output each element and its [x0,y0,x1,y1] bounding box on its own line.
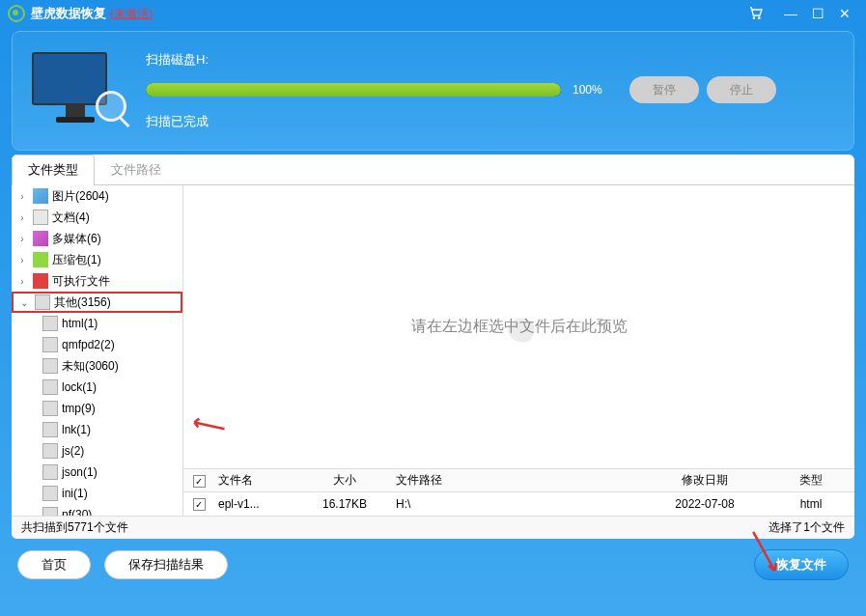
maximize-button[interactable]: ☐ [808,6,827,21]
recover-button[interactable]: 恢复文件 [754,549,849,580]
cell-date: 2022-07-08 [642,497,768,511]
media-icon [33,231,48,246]
file-icon [42,401,58,416]
tree-sub-json[interactable]: json(1) [12,462,182,483]
file-icon [42,486,58,501]
file-icon [42,358,58,374]
expand-icon[interactable]: › [15,191,29,202]
tree-item-images[interactable]: › 图片(2604) [12,185,182,207]
file-icon [42,443,58,459]
gecko-watermark-icon [490,298,548,356]
file-icon [42,507,58,516]
cart-icon[interactable] [746,6,766,21]
minimize-button[interactable]: — [781,6,800,21]
file-icon [42,379,58,395]
tab-file-type[interactable]: 文件类型 [12,154,95,185]
archive-icon [33,252,48,267]
tree-panel[interactable]: › 图片(2604) › 文档(4) › 多媒体(6) › 压缩包(1) › [12,185,183,516]
table-row[interactable]: ✓ epl-v1... 16.17KB H:\ 2022-07-08 html [183,492,854,516]
svg-point-0 [753,17,754,18]
other-icon [35,294,50,310]
home-button[interactable]: 首页 [17,550,91,579]
cell-name: epl-v1... [214,497,301,511]
row-checkbox[interactable]: ✓ [193,498,206,511]
col-header-name[interactable]: 文件名 [214,472,301,489]
tree-sub-qmfpd2[interactable]: qmfpd2(2) [12,334,182,355]
close-button[interactable]: ✕ [835,6,854,21]
expand-icon[interactable]: › [15,255,29,266]
expand-icon[interactable]: › [15,212,29,223]
cell-size: 16.17KB [301,497,388,511]
preview-area: 请在左边框选中文件后在此预览 [183,185,854,468]
tree-item-other[interactable]: ⌄ 其他(3156) [12,292,182,313]
selected-count: 选择了1个文件 [768,519,845,536]
select-all-checkbox[interactable]: ✓ [193,475,206,488]
tree-item-media[interactable]: › 多媒体(6) [12,228,182,249]
document-icon [33,210,48,225]
app-title: 壁虎数据恢复 [31,5,106,22]
status-bar: 共扫描到5771个文件 选择了1个文件 [12,516,854,539]
scan-target-label: 扫描磁盘H: [146,51,834,69]
tab-file-path[interactable]: 文件路径 [95,154,178,184]
cell-path: H:\ [388,497,642,511]
stop-button[interactable]: 停止 [707,76,776,103]
save-result-button[interactable]: 保存扫描结果 [104,550,228,579]
col-header-path[interactable]: 文件路径 [388,472,642,489]
monitor-scan-icon [32,52,119,129]
file-icon [42,464,58,480]
titlebar: 壁虎数据恢复 (未激活) — ☐ ✕ [0,0,866,27]
expand-icon[interactable]: › [15,276,29,287]
main-content: 文件类型 文件路径 › 图片(2604) › 文档(4) › 多媒体(6) › [12,154,854,539]
svg-point-2 [515,322,518,326]
tabs: 文件类型 文件路径 [12,154,854,185]
tree-sub-lnk[interactable]: lnk(1) [12,419,182,440]
file-table: ✓ 文件名 大小 文件路径 修改日期 类型 ✓ epl-v1... 16.17K… [183,468,854,516]
svg-point-1 [759,17,760,18]
collapse-icon[interactable]: ⌄ [17,297,31,308]
tree-sub-unknown[interactable]: 未知(3060) [12,355,182,377]
tree-item-zip[interactable]: › 压缩包(1) [12,249,182,270]
progress-percent: 100% [573,83,602,97]
scan-status: 扫描已完成 [146,113,834,130]
col-header-date[interactable]: 修改日期 [642,472,768,489]
col-header-type[interactable]: 类型 [768,472,854,489]
bottom-bar: 首页 保存扫描结果 恢复文件 [0,541,866,589]
image-icon [33,188,48,204]
file-icon [42,422,58,437]
tree-sub-lock[interactable]: lock(1) [12,377,182,398]
tree-item-exe[interactable]: › 可执行文件 [12,270,182,292]
expand-icon[interactable]: › [15,234,29,244]
file-icon [42,337,58,352]
progress-bar [146,83,561,97]
tree-sub-pf[interactable]: pf(30) [12,504,182,516]
tree-sub-tmp[interactable]: tmp(9) [12,398,182,419]
scanned-count: 共扫描到5771个文件 [21,519,128,536]
col-header-size[interactable]: 大小 [301,472,388,489]
executable-icon [33,273,48,289]
tree-item-docs[interactable]: › 文档(4) [12,207,182,228]
tree-sub-html[interactable]: html(1) [12,313,182,334]
tree-sub-ini[interactable]: ini(1) [12,483,182,504]
cell-type: html [768,497,854,511]
file-icon [42,316,58,331]
pause-button[interactable]: 暂停 [629,76,699,103]
unactivated-link[interactable]: (未激活) [110,6,153,22]
table-header: ✓ 文件名 大小 文件路径 修改日期 类型 [183,469,854,492]
app-logo-icon [8,5,25,22]
tree-sub-js[interactable]: js(2) [12,440,182,462]
progress-panel: 扫描磁盘H: 100% 暂停 停止 扫描已完成 [12,31,854,151]
